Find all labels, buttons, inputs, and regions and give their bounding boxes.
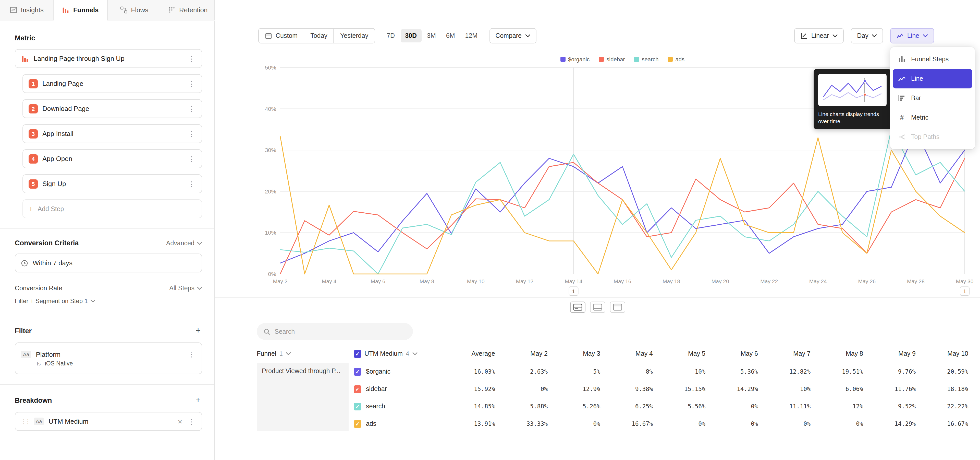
remove-icon[interactable]: ×: [178, 417, 182, 426]
layout-table-icon: [613, 303, 622, 311]
range-3m[interactable]: 3M: [422, 29, 441, 42]
kebab-menu-icon[interactable]: ⋮: [187, 80, 196, 88]
search-box[interactable]: [257, 323, 413, 340]
funnel-step-sign-up[interactable]: 5Sign Up⋮: [22, 174, 202, 193]
svg-text:May 30: May 30: [956, 278, 974, 284]
layout-chart-button[interactable]: [590, 302, 605, 313]
chart-type-dropdown-button[interactable]: Line: [891, 28, 934, 43]
yesterday-button[interactable]: Yesterday: [334, 29, 374, 43]
menu-item-label: Metric: [911, 114, 928, 121]
menu-item-label: Top Paths: [911, 133, 939, 141]
line-chart-preview: [818, 73, 886, 106]
menu-item-funnel-steps[interactable]: Funnel Steps: [893, 50, 972, 69]
date-column-header[interactable]: May 10: [920, 345, 972, 363]
compare-button[interactable]: Compare: [489, 28, 536, 43]
cell-value: 0%: [657, 415, 710, 433]
breakdown-checkbox[interactable]: ✓: [354, 350, 361, 358]
range-7d[interactable]: 7D: [382, 29, 399, 42]
cell-value: 5%: [552, 363, 605, 380]
svg-text:40%: 40%: [265, 106, 276, 112]
funnel-step-app-open[interactable]: 4App Open⋮: [22, 149, 202, 168]
today-button[interactable]: Today: [304, 29, 334, 43]
range-30d[interactable]: 30D: [401, 29, 422, 42]
layout-split-button[interactable]: [570, 302, 585, 313]
kebab-menu-icon[interactable]: ⋮: [187, 104, 196, 113]
scale-dropdown-button[interactable]: Linear: [794, 28, 844, 43]
calendar-icon: [265, 32, 272, 39]
tab-funnels[interactable]: Funnels: [54, 0, 108, 20]
average-value: 14.85%: [443, 398, 499, 415]
menu-item-bar[interactable]: Bar: [893, 88, 972, 108]
average-column-header[interactable]: Average: [443, 345, 499, 363]
cell-value: 8%: [605, 363, 657, 380]
breakdown-property-card[interactable]: ⋮⋮ Aa UTM Medium × ⋮: [15, 412, 202, 431]
menu-item-line[interactable]: Line: [893, 69, 972, 88]
date-column-header[interactable]: May 2: [499, 345, 552, 363]
range-12m[interactable]: 12M: [461, 29, 482, 42]
kebab-menu-icon[interactable]: ⋮: [187, 54, 196, 62]
custom-date-button[interactable]: Custom: [259, 29, 304, 43]
cell-value: 5.26%: [552, 398, 605, 415]
add-step-button[interactable]: + Add Step: [22, 199, 202, 218]
scale-label: Linear: [811, 32, 829, 39]
tab-flows[interactable]: Flows: [107, 0, 161, 20]
layout-table-button[interactable]: [610, 302, 625, 313]
date-column-header[interactable]: May 4: [605, 345, 657, 363]
date-column-header[interactable]: May 9: [867, 345, 920, 363]
kebab-menu-icon[interactable]: ⋮: [187, 417, 196, 425]
cell-value: 5.36%: [710, 363, 762, 380]
funnel-column-header[interactable]: Funnel 1: [257, 350, 354, 357]
date-column-header[interactable]: May 6: [710, 345, 762, 363]
series-checkbox[interactable]: ✓: [354, 402, 361, 410]
funnel-title: Landing Page through Sign Up: [34, 55, 182, 62]
advanced-dropdown[interactable]: Advanced: [166, 240, 202, 247]
conversion-window-card[interactable]: Within 7 days: [15, 254, 202, 272]
date-column-header[interactable]: May 5: [657, 345, 710, 363]
series-checkbox[interactable]: ✓: [354, 385, 361, 393]
kebab-menu-icon[interactable]: ⋮: [187, 129, 196, 138]
date-column-header[interactable]: May 3: [552, 345, 605, 363]
flows-icon: [120, 6, 127, 14]
tab-retention[interactable]: Retention: [161, 0, 215, 20]
all-steps-dropdown[interactable]: All Steps: [169, 285, 202, 292]
funnel-step-landing-page[interactable]: 1Landing Page⋮: [22, 74, 202, 93]
menu-item-label: Bar: [911, 94, 921, 102]
layout-toggles: [215, 302, 980, 313]
add-breakdown-button[interactable]: +: [194, 395, 202, 405]
conversion-criteria-heading: Conversion Criteria: [15, 239, 79, 247]
tab-insights[interactable]: Insights: [0, 0, 54, 20]
breakdown-column-header[interactable]: ✓ UTM Medium 4: [354, 350, 443, 358]
svg-text:May 20: May 20: [711, 278, 729, 284]
cell-value: 0%: [815, 415, 867, 433]
search-input[interactable]: [275, 328, 406, 335]
kebab-menu-icon[interactable]: ⋮: [187, 350, 196, 358]
chart-type-label: Line: [907, 32, 919, 39]
cell-value: 14.29%: [867, 415, 920, 433]
range-6m[interactable]: 6M: [442, 29, 460, 42]
date-column-header[interactable]: May 8: [815, 345, 867, 363]
menu-item-metric[interactable]: #Metric: [893, 108, 972, 127]
svg-text:May 2: May 2: [273, 278, 287, 284]
funnel-step-download-page[interactable]: 2Download Page⋮: [22, 99, 202, 118]
drag-handle-icon[interactable]: ⋮⋮: [21, 418, 29, 425]
search-icon: [263, 328, 270, 335]
cell-value: 10%: [657, 363, 710, 380]
series-checkbox[interactable]: ✓: [354, 368, 361, 375]
funnel-title-card[interactable]: Landing Page through Sign Up ⋮: [15, 49, 202, 68]
funnel-step-app-install[interactable]: 3App Install⋮: [22, 124, 202, 143]
filter-property-card[interactable]: Aa Platform ⋮ Is iOS Native: [15, 342, 202, 374]
interval-dropdown-button[interactable]: Day: [851, 28, 883, 43]
series-checkbox[interactable]: ✓: [354, 420, 361, 428]
filter-operator[interactable]: Is: [37, 361, 41, 366]
svg-text:0%: 0%: [268, 271, 276, 277]
cell-value: 0%: [499, 380, 552, 398]
kebab-menu-icon[interactable]: ⋮: [187, 180, 196, 188]
cell-value: 0%: [552, 415, 605, 433]
filter-segment-dropdown[interactable]: Filter + Segment on Step 1: [15, 297, 202, 305]
kebab-menu-icon[interactable]: ⋮: [187, 155, 196, 163]
filter-value[interactable]: iOS Native: [45, 360, 73, 366]
funnel-group-label[interactable]: Product Viewed through P...: [257, 363, 348, 431]
average-value: 13.91%: [443, 415, 499, 433]
add-filter-button[interactable]: +: [194, 326, 202, 336]
date-column-header[interactable]: May 7: [762, 345, 815, 363]
